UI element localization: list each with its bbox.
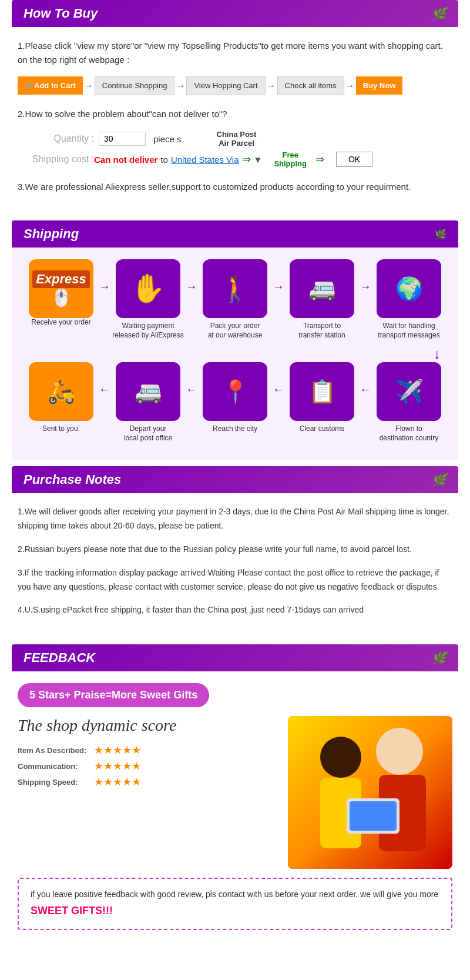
sweet-gifts-highlight: SWEET GIFTS!!!: [31, 905, 113, 917]
rating-label-1: Communication:: [18, 762, 94, 771]
step-label-0: Receive your order: [31, 318, 90, 327]
arrow-r2-4: ←: [360, 383, 371, 396]
step-label-reach-city: Reach the city: [213, 424, 257, 434]
stars-banner: 5 Stars+ Praise=More Sweet Gifts: [18, 683, 209, 707]
shipping-steps: Express 🖱️ Receive your order → ✋ Waitin…: [12, 247, 458, 460]
arrow-r1-1: →: [99, 280, 110, 293]
feedback-title: FEEDBACK: [24, 650, 95, 665]
step-icon-reach: 📍: [203, 362, 267, 421]
green-arrow-ok: ⇒: [315, 153, 324, 166]
flow-step-continue-shopping[interactable]: Continue Shopping: [95, 76, 175, 95]
flow-step-add-to-cart[interactable]: 🛒Add to Cart: [18, 76, 83, 95]
shipping-section: Quantity : piece s China PostAir Parcel …: [18, 130, 452, 168]
cant-deliver-text: Can not deliver: [94, 155, 157, 165]
shop-dynamic-title: The shop dynamic score: [18, 716, 276, 735]
people-illustration: [288, 716, 452, 869]
quantity-input[interactable]: [99, 132, 146, 146]
china-post-label: China PostAir Parcel: [217, 130, 257, 148]
feedback-content: 5 Stars+ Praise=More Sweet Gifts The sho…: [0, 671, 470, 941]
flow-step-check-items[interactable]: Check all items: [277, 76, 344, 95]
step-label-2: Pack your orderat our warehouse: [208, 322, 263, 340]
step-icon-handling: 🌍: [377, 259, 441, 318]
step-label-1: Waiting paymentreleased by AliExpress: [112, 322, 183, 340]
free-shipping-text: FreeShipping: [274, 150, 307, 168]
step-pack-order: 🚶 Pack your orderat our warehouse: [197, 259, 273, 340]
dropdown-icon[interactable]: ▼: [254, 155, 263, 165]
rating-item-described: Item As Described: ★ ★ ★ ★ ★: [18, 744, 276, 757]
step-icon-express: Express 🖱️: [29, 259, 93, 318]
note-1: 1.We will deliver goods after receiving …: [18, 505, 452, 533]
step-label-6: Depart yourlocal post office: [124, 424, 173, 443]
sweet-gifts-box: if you leave positive feedback with good…: [18, 878, 452, 929]
star-s4: ★: [122, 775, 132, 788]
svg-point-1: [320, 737, 361, 778]
rating-label-0: Item As Described:: [18, 746, 94, 755]
professional-text: 3.We are professional Aliexpress seller,…: [18, 180, 452, 194]
step-icon-payment: ✋: [116, 259, 180, 318]
step-reach-city: 📍 Reach the city: [197, 362, 273, 434]
star-c3: ★: [113, 760, 122, 772]
steps-row-2: 🛵 Sent to you. ← 🚐 Depart yourlocal post…: [24, 362, 446, 443]
step-icon-sent: 🛵: [29, 362, 93, 421]
arrow-r1-2: →: [186, 280, 197, 293]
flow-step-buy-now[interactable]: Buy Now: [356, 76, 403, 95]
feedback-left: The shop dynamic score Item As Described…: [18, 716, 276, 791]
step-label-7: Clear customs: [300, 424, 345, 434]
shipping-leaf-icon: 🌿: [435, 229, 446, 240]
star-s2: ★: [103, 775, 113, 788]
step-waiting-payment: ✋ Waiting paymentreleased by AliExpress: [110, 259, 186, 340]
us-via-link[interactable]: United States Via: [171, 155, 239, 165]
step-label-5: Sent to you.: [42, 424, 80, 434]
problem-title: 2.How to solve the problem about"can not…: [18, 107, 452, 121]
rating-item-communication: Communication: ★ ★ ★ ★ ★: [18, 760, 276, 772]
arrow-r1-4: →: [360, 280, 371, 293]
star-c2: ★: [103, 760, 113, 772]
flow-arrow-2: →: [176, 81, 185, 91]
arrow-r1-3: →: [273, 280, 284, 293]
feedback-header: FEEDBACK 🌿: [12, 644, 458, 671]
shipping-header: Shipping 🌿: [12, 220, 458, 247]
arrow-r2-2: ←: [186, 383, 197, 396]
star-c1: ★: [94, 760, 103, 772]
purchase-notes-content: 1.We will deliver goods after receiving …: [0, 493, 470, 638]
star-c5: ★: [132, 760, 141, 772]
purchase-notes-title: Purchase Notes: [24, 472, 121, 487]
star-s1: ★: [94, 775, 103, 788]
feedback-people-image: [288, 716, 452, 869]
note-2: 2.Russian buyers please note that due to…: [18, 543, 452, 557]
piece-label: piece s: [153, 134, 182, 144]
step-flown-destination: ✈️ Flown todestination country: [371, 362, 446, 443]
step-clear-customs: 📋 Clear customs: [284, 362, 360, 434]
flow-arrow-4: →: [345, 81, 355, 91]
feedback-leaf: 🌿: [432, 651, 446, 665]
feedback-main: The shop dynamic score Item As Described…: [18, 716, 452, 869]
step-label-3: Transport totransfer station: [298, 322, 345, 340]
star-2: ★: [103, 744, 113, 757]
star-5: ★: [132, 744, 141, 757]
ok-button[interactable]: OK: [336, 152, 372, 167]
step-icon-depart: 🚐: [116, 362, 180, 421]
step-depart-post: 🚐 Depart yourlocal post office: [110, 362, 186, 443]
shipping-cost-label: Shipping cost :: [18, 154, 94, 165]
step-label-4: Wait for handlingtransport messages: [378, 322, 439, 340]
star-3: ★: [113, 744, 122, 757]
free-shipping-ok-block: FreeShipping ⇒ OK: [274, 150, 372, 168]
purchase-notes-header: Purchase Notes 🌿: [12, 466, 458, 493]
svg-rect-6: [350, 801, 397, 831]
note-4: 4.U.S.using ePacket free shipping, it fa…: [18, 603, 452, 617]
how-to-buy-title: How To Buy: [24, 6, 98, 21]
step-icon-pack: 🚶: [203, 259, 267, 318]
green-arrows: ⇒: [242, 153, 251, 166]
quantity-label: Quantity :: [18, 133, 94, 144]
step-transport: 🚐 Transport totransfer station: [284, 259, 360, 340]
arrow-r2-1: ←: [99, 383, 110, 396]
step-wait-handling: 🌍 Wait for handlingtransport messages: [371, 259, 446, 340]
leaf-icon: 🌿: [432, 6, 446, 21]
rating-label-2: Shipping Speed:: [18, 778, 94, 787]
step-icon-transport: 🚐: [290, 259, 354, 318]
star-4: ★: [122, 744, 132, 757]
step-icon-customs: 📋: [290, 362, 354, 421]
flow-arrow-3: →: [267, 81, 276, 91]
to-label: to: [160, 155, 168, 165]
flow-step-view-cart[interactable]: View Hopping Cart: [186, 76, 265, 95]
